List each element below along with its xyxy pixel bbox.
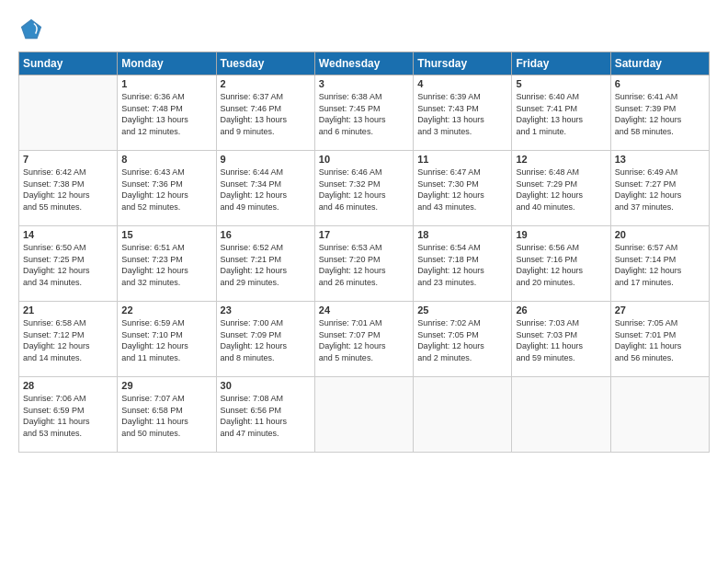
day-info: Sunrise: 7:08 AM Sunset: 6:56 PM Dayligh… xyxy=(221,393,311,439)
calendar-cell: 5Sunrise: 6:40 AM Sunset: 7:41 PM Daylig… xyxy=(512,75,610,151)
day-number: 6 xyxy=(615,78,705,89)
day-info: Sunrise: 6:38 AM Sunset: 7:45 PM Dayligh… xyxy=(319,91,409,137)
calendar-cell: 27Sunrise: 7:05 AM Sunset: 7:01 PM Dayli… xyxy=(610,302,709,377)
day-info: Sunrise: 6:43 AM Sunset: 7:36 PM Dayligh… xyxy=(121,167,211,213)
day-number: 14 xyxy=(23,229,113,240)
calendar-cell: 25Sunrise: 7:02 AM Sunset: 7:05 PM Dayli… xyxy=(414,302,512,377)
calendar-week-3: 14Sunrise: 6:50 AM Sunset: 7:25 PM Dayli… xyxy=(19,226,710,302)
calendar-cell: 12Sunrise: 6:48 AM Sunset: 7:29 PM Dayli… xyxy=(512,151,610,226)
day-number: 10 xyxy=(319,154,409,165)
day-info: Sunrise: 6:48 AM Sunset: 7:29 PM Dayligh… xyxy=(516,167,606,213)
day-number: 12 xyxy=(516,154,606,165)
calendar-cell: 28Sunrise: 7:06 AM Sunset: 6:59 PM Dayli… xyxy=(19,377,118,453)
day-info: Sunrise: 6:47 AM Sunset: 7:30 PM Dayligh… xyxy=(417,167,507,213)
calendar-cell: 15Sunrise: 6:51 AM Sunset: 7:23 PM Dayli… xyxy=(118,226,216,302)
day-number: 22 xyxy=(121,304,211,316)
day-number: 7 xyxy=(23,154,113,165)
day-number: 27 xyxy=(615,304,705,316)
calendar-cell: 16Sunrise: 6:52 AM Sunset: 7:21 PM Dayli… xyxy=(216,226,314,302)
day-info: Sunrise: 6:41 AM Sunset: 7:39 PM Dayligh… xyxy=(615,91,705,137)
day-info: Sunrise: 6:53 AM Sunset: 7:20 PM Dayligh… xyxy=(319,242,409,288)
day-number: 30 xyxy=(221,380,311,391)
col-header-saturday: Saturday xyxy=(610,52,709,75)
logo xyxy=(18,17,48,42)
day-number: 21 xyxy=(23,304,113,316)
calendar-cell: 21Sunrise: 6:58 AM Sunset: 7:12 PM Dayli… xyxy=(19,302,118,377)
day-info: Sunrise: 6:44 AM Sunset: 7:34 PM Dayligh… xyxy=(221,167,311,213)
day-info: Sunrise: 6:46 AM Sunset: 7:32 PM Dayligh… xyxy=(319,167,409,213)
calendar-cell: 7Sunrise: 6:42 AM Sunset: 7:38 PM Daylig… xyxy=(19,151,118,226)
day-info: Sunrise: 6:42 AM Sunset: 7:38 PM Dayligh… xyxy=(23,167,113,213)
calendar-cell: 3Sunrise: 6:38 AM Sunset: 7:45 PM Daylig… xyxy=(314,75,413,151)
calendar-cell xyxy=(19,75,118,151)
calendar-week-4: 21Sunrise: 6:58 AM Sunset: 7:12 PM Dayli… xyxy=(19,302,710,377)
day-number: 23 xyxy=(221,304,311,316)
day-number: 28 xyxy=(23,380,113,391)
day-info: Sunrise: 7:07 AM Sunset: 6:58 PM Dayligh… xyxy=(121,393,211,439)
day-info: Sunrise: 6:56 AM Sunset: 7:16 PM Dayligh… xyxy=(516,242,606,288)
calendar-cell: 22Sunrise: 6:59 AM Sunset: 7:10 PM Dayli… xyxy=(118,302,216,377)
day-number: 1 xyxy=(121,78,211,89)
calendar-week-2: 7Sunrise: 6:42 AM Sunset: 7:38 PM Daylig… xyxy=(19,151,710,226)
day-info: Sunrise: 6:37 AM Sunset: 7:46 PM Dayligh… xyxy=(221,91,311,137)
logo-icon xyxy=(18,17,44,42)
day-info: Sunrise: 7:03 AM Sunset: 7:03 PM Dayligh… xyxy=(516,317,606,363)
calendar-cell: 8Sunrise: 6:43 AM Sunset: 7:36 PM Daylig… xyxy=(118,151,216,226)
day-info: Sunrise: 6:39 AM Sunset: 7:43 PM Dayligh… xyxy=(417,91,507,137)
calendar-cell: 17Sunrise: 6:53 AM Sunset: 7:20 PM Dayli… xyxy=(314,226,413,302)
calendar-cell: 4Sunrise: 6:39 AM Sunset: 7:43 PM Daylig… xyxy=(414,75,512,151)
day-info: Sunrise: 6:49 AM Sunset: 7:27 PM Dayligh… xyxy=(615,167,705,213)
day-info: Sunrise: 7:01 AM Sunset: 7:07 PM Dayligh… xyxy=(319,317,409,363)
day-info: Sunrise: 7:06 AM Sunset: 6:59 PM Dayligh… xyxy=(23,393,113,439)
day-info: Sunrise: 6:57 AM Sunset: 7:14 PM Dayligh… xyxy=(615,242,705,288)
day-number: 4 xyxy=(417,78,507,89)
calendar-cell: 30Sunrise: 7:08 AM Sunset: 6:56 PM Dayli… xyxy=(216,377,314,453)
calendar-cell: 18Sunrise: 6:54 AM Sunset: 7:18 PM Dayli… xyxy=(414,226,512,302)
col-header-tuesday: Tuesday xyxy=(216,52,314,75)
day-number: 5 xyxy=(516,78,606,89)
day-number: 26 xyxy=(516,304,606,316)
calendar-cell: 19Sunrise: 6:56 AM Sunset: 7:16 PM Dayli… xyxy=(512,226,610,302)
day-info: Sunrise: 6:59 AM Sunset: 7:10 PM Dayligh… xyxy=(121,317,211,363)
calendar-cell: 1Sunrise: 6:36 AM Sunset: 7:48 PM Daylig… xyxy=(118,75,216,151)
day-number: 16 xyxy=(221,229,311,240)
day-number: 15 xyxy=(121,229,211,240)
calendar-cell: 26Sunrise: 7:03 AM Sunset: 7:03 PM Dayli… xyxy=(512,302,610,377)
day-info: Sunrise: 7:00 AM Sunset: 7:09 PM Dayligh… xyxy=(221,317,311,363)
col-header-sunday: Sunday xyxy=(19,52,118,75)
calendar-cell xyxy=(414,377,512,453)
calendar-cell xyxy=(512,377,610,453)
calendar-table: SundayMondayTuesdayWednesdayThursdayFrid… xyxy=(18,52,710,453)
calendar-cell: 2Sunrise: 6:37 AM Sunset: 7:46 PM Daylig… xyxy=(216,75,314,151)
day-info: Sunrise: 6:58 AM Sunset: 7:12 PM Dayligh… xyxy=(23,317,113,363)
col-header-wednesday: Wednesday xyxy=(314,52,413,75)
day-info: Sunrise: 6:40 AM Sunset: 7:41 PM Dayligh… xyxy=(516,91,606,137)
day-number: 20 xyxy=(615,229,705,240)
day-number: 17 xyxy=(319,229,409,240)
day-info: Sunrise: 6:54 AM Sunset: 7:18 PM Dayligh… xyxy=(417,242,507,288)
day-number: 19 xyxy=(516,229,606,240)
calendar-header-row: SundayMondayTuesdayWednesdayThursdayFrid… xyxy=(19,52,710,75)
page: SundayMondayTuesdayWednesdayThursdayFrid… xyxy=(0,0,728,563)
calendar-cell: 9Sunrise: 6:44 AM Sunset: 7:34 PM Daylig… xyxy=(216,151,314,226)
day-number: 2 xyxy=(221,78,311,89)
calendar-cell xyxy=(314,377,413,453)
calendar-cell: 23Sunrise: 7:00 AM Sunset: 7:09 PM Dayli… xyxy=(216,302,314,377)
day-info: Sunrise: 7:02 AM Sunset: 7:05 PM Dayligh… xyxy=(417,317,507,363)
calendar-cell: 14Sunrise: 6:50 AM Sunset: 7:25 PM Dayli… xyxy=(19,226,118,302)
calendar-cell xyxy=(610,377,709,453)
day-number: 13 xyxy=(615,154,705,165)
calendar-cell: 11Sunrise: 6:47 AM Sunset: 7:30 PM Dayli… xyxy=(414,151,512,226)
col-header-monday: Monday xyxy=(118,52,216,75)
calendar-cell: 29Sunrise: 7:07 AM Sunset: 6:58 PM Dayli… xyxy=(118,377,216,453)
day-number: 18 xyxy=(417,229,507,240)
calendar-cell: 10Sunrise: 6:46 AM Sunset: 7:32 PM Dayli… xyxy=(314,151,413,226)
day-number: 8 xyxy=(121,154,211,165)
day-number: 25 xyxy=(417,304,507,316)
day-number: 24 xyxy=(319,304,409,316)
day-number: 9 xyxy=(221,154,311,165)
calendar-cell: 6Sunrise: 6:41 AM Sunset: 7:39 PM Daylig… xyxy=(610,75,709,151)
col-header-friday: Friday xyxy=(512,52,610,75)
day-number: 11 xyxy=(417,154,507,165)
day-info: Sunrise: 6:52 AM Sunset: 7:21 PM Dayligh… xyxy=(221,242,311,288)
